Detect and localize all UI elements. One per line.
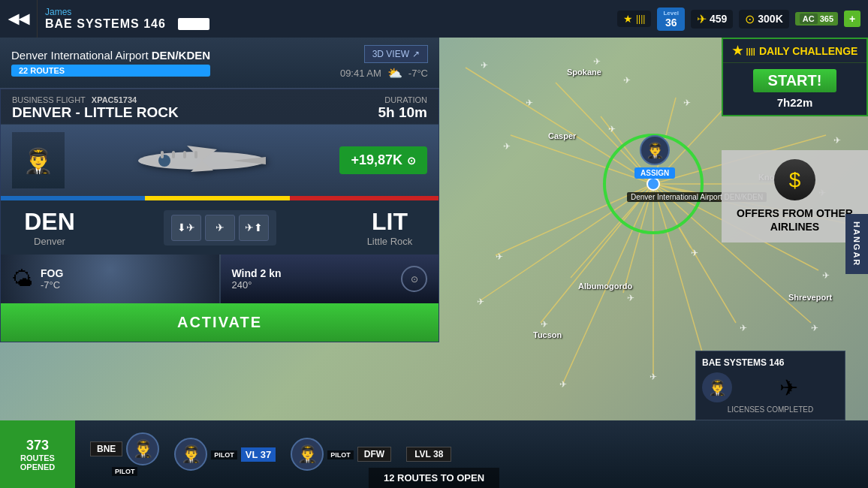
- city-label-tucson: Tucson: [533, 330, 562, 339]
- plane-visual: 👨‍✈️ +19,87K ⊙: [1, 125, 439, 196]
- pilot-avatar-map: 👨‍✈️: [640, 135, 670, 165]
- flight-type: BUSINESS FLIGHT: [12, 95, 86, 104]
- pilot-icon: ✈: [697, 12, 707, 26]
- dc-star-icon: ★: [732, 44, 743, 58]
- takeoff-icon-btn[interactable]: ✈⬆: [239, 215, 269, 241]
- pilot-bne-avatar: 👨‍✈️: [126, 432, 159, 465]
- money-value: 300K: [758, 13, 782, 25]
- pilot-vl-avatar: 👨‍✈️: [174, 438, 207, 471]
- fly-icon-btn[interactable]: ✈: [205, 215, 235, 241]
- money-stat: ⊙ 300K: [739, 10, 788, 29]
- coin-badge-icon: ⊙: [407, 155, 416, 167]
- flight-id: XPAC51734: [92, 95, 137, 104]
- star-icon: ★: [623, 13, 633, 25]
- routes-badge[interactable]: 22 ROUTES: [11, 65, 210, 77]
- pilot-stat: ✈ 459: [691, 10, 733, 29]
- codes-row: DEN Denver ⬇✈ ✈ ✈⬆ LIT Little Rock: [1, 200, 439, 255]
- earnings-badge: +19,87K ⊙: [339, 146, 427, 174]
- dc-title: DAILY CHALLENGE: [759, 45, 857, 57]
- aircraft-badge: [178, 18, 209, 30]
- pilot-dfw-label: PILOT: [327, 450, 354, 459]
- duration-value: 5h 10m: [378, 104, 427, 121]
- daily-challenge-timer: 7h22m: [777, 96, 813, 109]
- flight-title-row: BUSINESS FLIGHT XPAC51734 DENVER - LITTL…: [12, 95, 427, 121]
- wind-direction: 240°: [232, 279, 394, 291]
- offers-text: OFFERS FROM OTHER AIRLINES: [731, 206, 859, 233]
- plane-image: [65, 134, 339, 187]
- pilot-dfw-avatar: 👨‍✈️: [291, 438, 324, 471]
- svg-point-28: [158, 155, 170, 167]
- fog-icon: 🌤: [12, 267, 33, 291]
- pilot-image: 👨‍✈️: [12, 132, 65, 188]
- pilot-bne-label: PILOT: [112, 467, 138, 476]
- daily-challenge-panel: ★ |||| DAILY CHALLENGE START! 7h22m: [722, 38, 868, 116]
- assign-button[interactable]: ASSIGN: [634, 167, 675, 179]
- hangar-plane-icon: ✈: [738, 372, 839, 402]
- level-label: Level: [663, 10, 678, 17]
- airport-right-info: 3D VIEW ↗ 09:41 AM ⛅ -7°C: [340, 45, 428, 80]
- pilot-item-vl37: 👨‍✈️ PILOT VL 37: [174, 438, 276, 471]
- weather-row: 🌤 FOG -7°C Wind 2 kn 240° ⊙: [1, 255, 439, 303]
- svg-line-19: [511, 135, 653, 184]
- level-badge: Level 36: [657, 8, 684, 31]
- wind-info: Wind 2 kn 240°: [232, 267, 394, 291]
- star-stat: ★ ||||: [617, 11, 651, 27]
- svg-rect-29: [161, 151, 164, 158]
- activate-button[interactable]: ACTIVATE: [1, 303, 439, 342]
- to-airport-box: LIT Little Rock: [352, 208, 427, 247]
- duration-label: DURATION: [378, 95, 427, 104]
- svg-rect-31: [183, 151, 186, 158]
- offers-coin-icon: $: [774, 159, 815, 200]
- dc-bars-icon: ||||: [746, 47, 755, 56]
- to-code: LIT: [372, 208, 408, 236]
- city-label-spokane: Spokane: [567, 68, 601, 77]
- compass-icon: ⊙: [401, 266, 427, 292]
- airline-name: BAE SYSTEMS 146: [45, 17, 166, 31]
- weather-info: FOG -7°C: [41, 267, 63, 291]
- hangar-tab[interactable]: HANGAR: [845, 214, 868, 274]
- to-city: Little Rock: [367, 236, 413, 247]
- lvl-badge: LVL 38: [406, 447, 451, 462]
- wind-label: Wind 2 kn: [232, 267, 394, 279]
- cloud-icon: ⛅: [387, 66, 402, 80]
- bottom-bar: 373 ROUTESOPENED BNE 👨‍✈️ PILOT 👨‍✈️ PIL…: [0, 420, 868, 488]
- username-label: James: [45, 7, 610, 17]
- hangar-pilot-avatar: 👨‍✈️: [702, 372, 732, 402]
- daily-challenge-start-button[interactable]: START!: [753, 69, 837, 92]
- from-code: DEN: [24, 208, 75, 236]
- assign-pilot-marker[interactable]: 👨‍✈️ ASSIGN: [634, 135, 675, 179]
- from-city: Denver: [34, 236, 65, 247]
- pilot-dfw-group: 👨‍✈️ PILOT DFW: [291, 438, 391, 471]
- coin-icon: ⊙: [745, 12, 755, 26]
- external-link-icon: ↗: [412, 49, 420, 59]
- duration-area: DURATION 5h 10m: [378, 95, 427, 121]
- hangar-status: LICENSES COMPLETED: [702, 405, 839, 414]
- svg-point-23: [647, 178, 659, 190]
- top-bar: ◀◀ James BAE SYSTEMS 146 ★ |||| Level 36…: [0, 0, 868, 38]
- flight-header: BUSINESS FLIGHT XPAC51734 DENVER - LITTL…: [1, 89, 439, 125]
- from-airport-box: DEN Denver: [12, 208, 87, 247]
- time-display: 09:41 AM: [340, 68, 381, 79]
- hangar-card: BAE SYSTEMS 146 👨‍✈️ ✈ LICENSES COMPLETE…: [695, 351, 845, 420]
- weather-box-right: Wind 2 kn 240° ⊙: [221, 255, 439, 303]
- pilot-count: 459: [710, 13, 727, 25]
- city-label-shreveport: Shreveport: [788, 293, 832, 302]
- bars-icon: ||||: [636, 14, 645, 24]
- cash-badge: AC 365: [795, 12, 838, 26]
- city-label-casper: Casper: [548, 131, 576, 140]
- hangar-card-title: BAE SYSTEMS 146: [702, 357, 839, 368]
- back-button[interactable]: ◀◀: [0, 0, 38, 38]
- city-label-albu: Albumogordo: [578, 282, 632, 291]
- weather-box-left: 🌤 FOG -7°C: [1, 255, 219, 303]
- flight-route: DENVER - LITTLE ROCK: [12, 104, 179, 121]
- lvl-badge-item: LVL 38: [406, 447, 451, 462]
- svg-line-10: [541, 184, 653, 323]
- level-number: 36: [665, 17, 677, 29]
- left-panel: Denver International Airport DEN/KDEN 22…: [0, 38, 439, 342]
- three-d-view-button[interactable]: 3D VIEW ↗: [364, 45, 428, 63]
- plus-button[interactable]: +: [844, 11, 860, 27]
- temperature: -7°C: [408, 68, 428, 79]
- land-icon-btn[interactable]: ⬇✈: [171, 215, 201, 241]
- svg-rect-32: [194, 151, 197, 158]
- cash-label: AC: [800, 14, 818, 24]
